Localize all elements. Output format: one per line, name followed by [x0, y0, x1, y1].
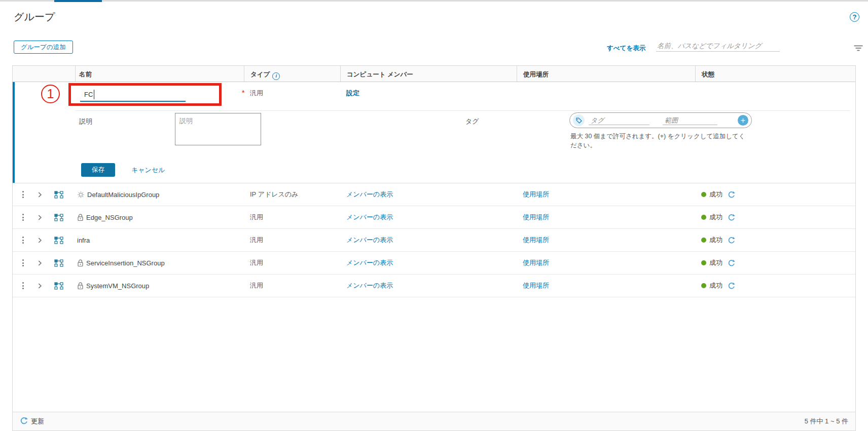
row-menu-icon[interactable]: [20, 237, 25, 244]
nav-divider: [0, 0, 868, 2]
group-name: Edge_NSGroup: [86, 214, 133, 221]
where-used-link[interactable]: 使用場所: [523, 190, 549, 199]
expand-chevron-icon[interactable]: [37, 238, 43, 243]
status-dot: [701, 238, 706, 243]
lock-icon: [77, 214, 84, 221]
header-status: 状態: [695, 66, 855, 82]
active-tab-indicator: [54, 0, 102, 2]
group-grid-icon[interactable]: [54, 237, 63, 244]
row-menu-icon[interactable]: [20, 191, 25, 198]
header-where-used: 使用場所: [517, 66, 695, 82]
groups-table: 名前 タイプi コンピュート メンバー 使用場所 状態 1 * 汎用 設定 説明…: [12, 65, 856, 431]
table-row: Edge_NSGroup 汎用 メンバーの表示 使用場所 成功: [13, 206, 855, 229]
refresh-status-icon[interactable]: [728, 237, 735, 244]
status-text: 成功: [709, 190, 722, 199]
required-marker: *: [242, 89, 244, 97]
system-group-icon: [77, 191, 85, 199]
group-grid-icon[interactable]: [54, 191, 63, 199]
group-grid-icon[interactable]: [54, 259, 63, 267]
row-menu-icon[interactable]: [20, 282, 25, 289]
where-used-link[interactable]: 使用場所: [523, 213, 549, 222]
description-label: 説明: [79, 117, 92, 126]
group-name: ServiceInsertion_NSGroup: [86, 259, 165, 267]
group-type: 汎用: [250, 258, 263, 267]
header-compute-members: コンピュート メンバー: [340, 66, 517, 82]
view-members-link[interactable]: メンバーの表示: [346, 258, 393, 267]
group-type: 汎用: [250, 236, 263, 245]
status-text: 成功: [709, 213, 722, 222]
refresh-button[interactable]: 更新: [20, 417, 44, 426]
group-name: SystemVM_NSGroup: [86, 282, 149, 290]
annotation-step-circle: 1: [41, 85, 60, 103]
group-grid-icon[interactable]: [54, 214, 63, 221]
status-dot: [701, 192, 706, 197]
edit-type-value: 汎用: [250, 89, 263, 98]
tag-icon: [573, 114, 585, 126]
set-members-link[interactable]: 設定: [346, 89, 359, 98]
tag-label: タグ: [465, 117, 479, 126]
header-name: 名前: [75, 66, 244, 82]
view-members-link[interactable]: メンバーの表示: [346, 190, 393, 199]
active-row-bar: [13, 82, 15, 183]
tag-help-text: 最大 30 個まで許可されます。(+) をクリックして追加してください。: [570, 132, 751, 150]
group-type: 汎用: [250, 281, 263, 290]
view-members-link[interactable]: メンバーの表示: [346, 213, 393, 222]
status-text: 成功: [709, 258, 722, 267]
table-row: DefaultMaliciousIpGroup IP アドレスのみ メンバーの表…: [13, 183, 855, 206]
view-members-link[interactable]: メンバーの表示: [346, 236, 393, 245]
lock-icon: [77, 259, 84, 267]
refresh-status-icon[interactable]: [728, 282, 735, 290]
tag-input[interactable]: [589, 116, 649, 125]
row-count: 5 件中 1 ~ 5 件: [805, 417, 848, 426]
scope-input[interactable]: [663, 116, 717, 125]
filter-input[interactable]: [656, 41, 780, 52]
add-tag-button[interactable]: +: [738, 115, 748, 126]
view-all-link[interactable]: すべてを表示: [607, 44, 645, 53]
group-name: infra: [77, 237, 90, 244]
table-row: ServiceInsertion_NSGroup 汎用 メンバーの表示 使用場所…: [13, 252, 855, 275]
refresh-label: 更新: [31, 417, 44, 426]
type-info-icon[interactable]: i: [272, 72, 280, 80]
tag-entry-pill: +: [569, 112, 752, 128]
filter-icon[interactable]: [854, 45, 863, 54]
expand-chevron-icon[interactable]: [37, 260, 43, 266]
status-dot: [701, 260, 706, 265]
header-controls: [13, 66, 75, 82]
table-header-row: 名前 タイプi コンピュート メンバー 使用場所 状態: [13, 66, 855, 82]
status-dot: [701, 283, 706, 288]
description-textarea[interactable]: [175, 113, 261, 145]
status-text: 成功: [709, 236, 722, 245]
refresh-status-icon[interactable]: [728, 259, 735, 267]
group-type: 汎用: [250, 213, 263, 222]
table-row: SystemVM_NSGroup 汎用 メンバーの表示 使用場所 成功: [13, 275, 855, 297]
annotation-highlight-rect: [68, 83, 222, 106]
table-footer: 更新 5 件中 1 ~ 5 件: [13, 412, 855, 430]
view-members-link[interactable]: メンバーの表示: [346, 281, 393, 290]
cancel-button[interactable]: キャンセル: [131, 166, 165, 175]
groups-page: グループ ? グループの追加 すべてを表示 名前 タイプi コンピュート メンバ…: [0, 0, 868, 431]
group-type: IP アドレスのみ: [250, 190, 299, 199]
refresh-status-icon[interactable]: [728, 214, 735, 221]
group-name: DefaultMaliciousIpGroup: [87, 191, 159, 199]
page-title: グループ: [14, 10, 55, 24]
where-used-link[interactable]: 使用場所: [523, 236, 549, 245]
help-icon[interactable]: ?: [850, 12, 859, 22]
form-divider: [75, 110, 850, 111]
row-menu-icon[interactable]: [20, 214, 25, 221]
expand-chevron-icon[interactable]: [37, 283, 43, 289]
header-type: タイプi: [244, 66, 340, 82]
where-used-link[interactable]: 使用場所: [523, 281, 549, 290]
group-edit-row: 1 * 汎用 設定 説明 タグ + 最大 30 個まで許可されます。(+) をク…: [13, 82, 855, 183]
save-button[interactable]: 保存: [81, 163, 115, 177]
expand-chevron-icon[interactable]: [37, 215, 43, 220]
status-dot: [701, 215, 706, 220]
expand-chevron-icon[interactable]: [37, 192, 43, 198]
status-text: 成功: [709, 281, 722, 290]
row-menu-icon[interactable]: [20, 259, 25, 266]
group-grid-icon[interactable]: [54, 282, 63, 290]
refresh-status-icon[interactable]: [728, 191, 735, 199]
refresh-icon: [20, 417, 28, 426]
where-used-link[interactable]: 使用場所: [523, 258, 549, 267]
lock-icon: [77, 282, 84, 290]
add-group-button[interactable]: グループの追加: [14, 41, 73, 54]
